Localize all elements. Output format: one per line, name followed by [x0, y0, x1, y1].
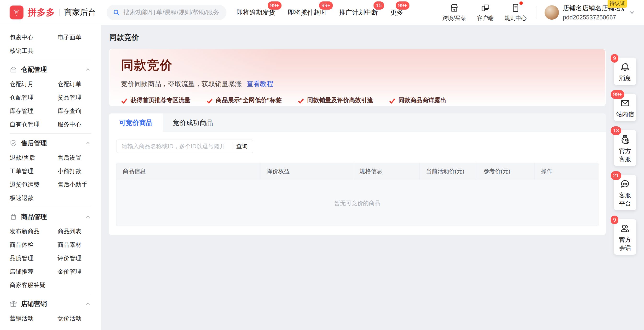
sidebar-item[interactable]: 货品管理	[58, 91, 96, 104]
chat-dots-icon	[620, 179, 630, 190]
table-header: 商品信息 降价权益 规格信息 当前活动价(元) 参考价(元) 操作	[116, 163, 598, 180]
float-messages[interactable]: 9 消息	[614, 58, 636, 85]
search-icon	[113, 9, 120, 16]
sidebar-item[interactable]: 商家客服答疑	[10, 278, 58, 292]
badge-count: 9	[611, 216, 618, 224]
sidebar-section-marketing[interactable]: 店铺营销	[0, 296, 100, 311]
sidebar-item[interactable]: 仓配订单	[58, 77, 96, 91]
main-layout: 包裹中心 电子面单 核销工具 仓配管理 仓配订月 仓配订单 仓配管理 货品管理 …	[0, 25, 644, 330]
sidebar-item-package-center[interactable]: 包裹中心	[10, 31, 58, 44]
sidebar-item[interactable]: 自有仓管理	[10, 118, 58, 131]
sidebar-item[interactable]: 竞价活动	[58, 311, 96, 325]
sidebar-group-warehouse: 仓配订月 仓配订单 仓配管理 货品管理 库存管理 库存查询 自有仓管理 服务中心	[0, 77, 100, 131]
brand-divider	[60, 9, 60, 16]
sidebar-item[interactable]: 库存查询	[58, 104, 96, 118]
account-menu[interactable]: 待认证 店铺名店铺名店铺名店 pdd2025537250667	[544, 4, 636, 21]
col-product-info: 商品信息	[116, 163, 260, 180]
link-crossborder-groceries[interactable]: 跨境/买菜	[442, 3, 466, 22]
sidebar-item[interactable]: 退款/售后	[10, 151, 58, 164]
sidebar-item[interactable]: 仓配订月	[10, 77, 58, 91]
product-search-input[interactable]	[122, 143, 228, 150]
badge-count: 13	[611, 126, 621, 135]
sidebar-item[interactable]: 小额打款	[58, 164, 96, 178]
sidebar-item[interactable]: 仓配管理	[10, 91, 58, 104]
sidebar-section-aftersales[interactable]: 售后管理	[0, 136, 100, 151]
pdd-logo-icon[interactable]: ♥ 拼	[10, 6, 24, 20]
gift-icon	[10, 300, 17, 308]
query-button[interactable]: 查询	[236, 142, 248, 150]
sidebar-item[interactable]: 品质管理	[10, 251, 58, 265]
top-bar: ♥ 拼 拼多多 商家后台 即将逾期发货 99+ 即将揽件超时 99+ 推广计划中…	[0, 0, 644, 25]
devices-icon	[480, 3, 490, 13]
chevron-up-icon	[85, 214, 91, 220]
float-inbox[interactable]: 99+ 站内信	[614, 94, 636, 121]
notification-dot	[520, 2, 523, 5]
bidding-card: 可竞价商品 竞价成功商品 查询 商品信息 降价权益 规格信息 当前活动价(元) …	[109, 113, 606, 235]
mail-icon	[620, 98, 630, 109]
tab-panel: 查询 商品信息 降价权益 规格信息 当前活动价(元) 参考价(元) 操作 暂无可…	[109, 132, 606, 235]
sidebar-item-verification-tool[interactable]: 核销工具	[10, 44, 58, 57]
shield-check-icon	[10, 139, 17, 147]
float-official-support[interactable]: 13 官方客服	[614, 130, 636, 166]
tab-bar: 可竞价商品 竞价成功商品	[109, 113, 606, 132]
badge-count: 9	[611, 54, 618, 63]
product-name: 商家后台	[64, 7, 96, 18]
tab-biddable-products[interactable]: 可竞价商品	[109, 113, 163, 132]
sidebar-divider	[10, 60, 91, 60]
nav-promo-interrupted[interactable]: 推广计划中断 15	[339, 8, 378, 17]
check-icon	[298, 98, 304, 105]
search-input[interactable]	[124, 9, 220, 16]
sidebar-group-aftersales: 退款/售后 售后设置 工单管理 小额打款 退货包运费 售后小助手 极速退款	[0, 151, 100, 205]
link-rules-center[interactable]: 规则中心	[504, 3, 526, 22]
sidebar-section-products[interactable]: 商品管理	[0, 209, 100, 224]
table-empty-state: 暂无可竞价的商品	[116, 180, 598, 226]
feature-item: 同款销量及评价高效引流	[298, 96, 373, 106]
sidebar-item[interactable]: 营销活动	[10, 311, 58, 325]
sidebar-item[interactable]: 退货包运费	[10, 178, 58, 191]
sidebar-divider	[10, 207, 91, 207]
nav-pickup-timeout[interactable]: 即将揽件超时 99+	[288, 8, 326, 17]
floating-rail: 9 消息 99+ 站内信 13 官方客服 21	[614, 58, 636, 255]
chevron-up-icon	[85, 67, 91, 73]
account-info: 待认证 店铺名店铺名店铺名店 pdd2025537250667	[563, 4, 624, 21]
product-search-box[interactable]: 查询	[116, 140, 253, 153]
chevron-up-icon	[85, 301, 91, 307]
nav-overdue-shipment[interactable]: 即将逾期发货 99+	[236, 8, 275, 17]
sidebar-item[interactable]: 服务中心	[58, 118, 96, 131]
sidebar-item[interactable]: 发布新商品	[10, 224, 58, 238]
global-search[interactable]	[106, 5, 226, 20]
badge-count: 99+	[396, 2, 410, 10]
sidebar-divider	[10, 294, 91, 294]
avatar	[544, 5, 559, 20]
sidebar-item[interactable]: 评价管理	[58, 251, 96, 265]
sidebar-item[interactable]: 售后小助手	[58, 178, 96, 191]
col-current-activity-price: 当前活动价(元)	[420, 163, 477, 180]
top-nav: 即将逾期发货 99+ 即将揽件超时 99+ 推广计划中断 15 更多 99+	[236, 8, 403, 17]
sidebar-divider	[10, 133, 91, 134]
brand-wordmark: 拼多多	[28, 7, 55, 19]
float-official-chat[interactable]: 9 官方会话	[614, 219, 636, 255]
sidebar-item[interactable]: 极速退款	[10, 191, 58, 205]
sidebar-item[interactable]: 商品素材	[58, 238, 96, 251]
check-icon	[121, 98, 128, 105]
sidebar: 包裹中心 电子面单 核销工具 仓配管理 仓配订月 仓配订单 仓配管理 货品管理 …	[0, 25, 100, 330]
main-content: 同款竞价 同款竞价 竞价同款商品，夺取流量，获取销量暴涨 查看教程 获得首页推荐…	[100, 25, 644, 330]
sidebar-item[interactable]: 商品列表	[58, 224, 96, 238]
sidebar-item[interactable]: 店铺推荐	[10, 265, 58, 278]
col-reference-price: 参考价(元)	[477, 163, 535, 180]
float-service-platform[interactable]: 21 客服平台	[614, 175, 636, 210]
sidebar-item[interactable]: 金价管理	[58, 265, 96, 278]
products-table: 商品信息 降价权益 规格信息 当前活动价(元) 参考价(元) 操作 暂无可竞价的…	[116, 163, 598, 226]
sidebar-item[interactable]: 售后设置	[58, 151, 96, 164]
storefront-icon	[449, 3, 459, 13]
sidebar-section-warehouse[interactable]: 仓配管理	[0, 62, 100, 77]
view-tutorial-link[interactable]: 查看教程	[246, 79, 273, 89]
tab-successful-bids[interactable]: 竞价成功商品	[163, 113, 223, 132]
sidebar-item[interactable]: 库存管理	[10, 104, 58, 118]
nav-more[interactable]: 更多 99+	[390, 8, 403, 17]
link-client-app[interactable]: 客户端	[477, 3, 494, 22]
shopping-bag-icon	[10, 213, 17, 221]
sidebar-item[interactable]: 工单管理	[10, 164, 58, 178]
sidebar-item[interactable]: 商品体检	[10, 238, 58, 251]
sidebar-item-e-waybill[interactable]: 电子面单	[58, 31, 96, 44]
